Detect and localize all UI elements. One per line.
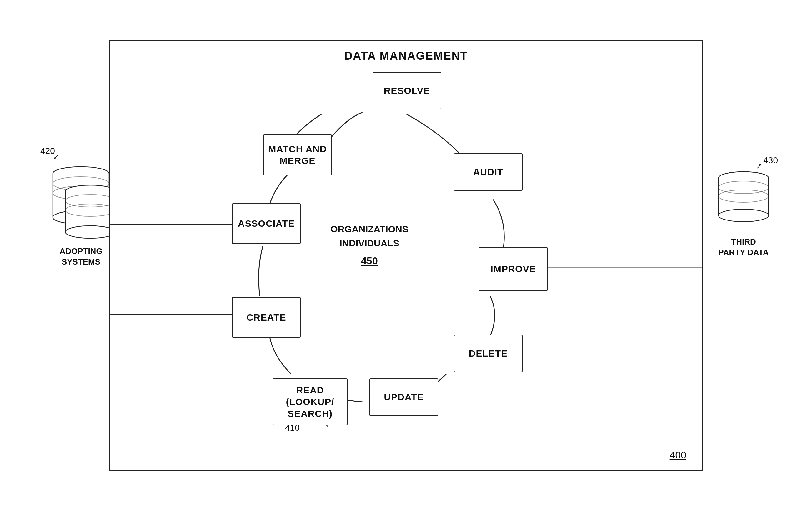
node-associate: ASSOCIATE xyxy=(232,203,301,244)
arrow-420: ↙ xyxy=(53,152,59,161)
node-update: UPDATE xyxy=(370,378,438,416)
third-party-label: THIRD PARTY DATA xyxy=(718,237,768,258)
node-resolve: RESOLVE xyxy=(373,72,441,110)
third-party-cylinder xyxy=(716,171,772,234)
node-improve: IMPROVE xyxy=(479,247,548,291)
page: ADOPTING SYSTEMS 420 ↙ THIRD PARTY DATA … xyxy=(31,21,781,490)
ref-410: 410 xyxy=(285,423,300,433)
svg-point-11 xyxy=(65,226,115,238)
ref-400: 400 xyxy=(670,449,686,461)
node-delete: DELETE xyxy=(454,335,523,372)
node-read: READ (LOOKUP/ SEARCH) xyxy=(272,378,348,425)
node-match-merge: MATCH AND MERGE xyxy=(263,135,332,175)
svg-point-18 xyxy=(719,209,768,222)
main-box: DATA MANAGEMENT xyxy=(109,40,703,471)
node-create: CREATE xyxy=(232,297,301,338)
diagram-title: DATA MANAGEMENT xyxy=(110,49,702,62)
center-label: ORGANIZATIONS INDIVIDUALS 450 xyxy=(323,222,416,268)
adopting-systems-container: ADOPTING SYSTEMS 420 ↙ xyxy=(50,165,112,267)
arrow-430: ↗ xyxy=(756,162,762,170)
node-audit: AUDIT xyxy=(454,153,523,191)
ref-430: 430 xyxy=(763,155,778,165)
third-party-container: THIRD PARTY DATA 430 ↗ xyxy=(716,171,772,258)
